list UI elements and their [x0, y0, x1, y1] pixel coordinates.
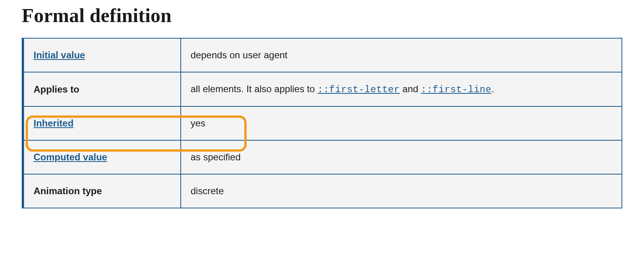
row-label-cell: Inherited: [23, 106, 181, 140]
first-letter-link[interactable]: ::first-letter: [318, 84, 400, 95]
row-value-cell: depends on user agent: [181, 38, 622, 72]
first-line-link[interactable]: ::first-line: [421, 84, 492, 95]
inherited-link[interactable]: Inherited: [34, 118, 73, 128]
table-container: Initial value depends on user agent Appl…: [22, 38, 622, 208]
row-value-cell: all elements. It also applies to ::first…: [181, 72, 622, 106]
row-label-cell: Initial value: [23, 38, 181, 72]
table-row: Initial value depends on user agent: [23, 38, 622, 72]
row-value-cell: discrete: [181, 174, 622, 208]
row-label-cell: Applies to: [23, 72, 181, 106]
applies-to-connector: and: [400, 84, 421, 94]
applies-to-suffix: .: [491, 84, 494, 94]
applies-to-label: Applies to: [34, 84, 79, 95]
row-label-cell: Animation type: [23, 174, 181, 208]
initial-value-link[interactable]: Initial value: [34, 50, 85, 60]
table-row: Animation type discrete: [23, 174, 622, 208]
row-label-cell: Computed value: [23, 140, 181, 174]
table-row: Inherited yes: [23, 106, 622, 140]
table-row: Computed value as specified: [23, 140, 622, 174]
row-value-cell: as specified: [181, 140, 622, 174]
applies-to-prefix: all elements. It also applies to: [191, 84, 318, 94]
section-heading: Formal definition: [22, 4, 622, 27]
row-value-cell: yes: [181, 106, 622, 140]
formal-definition-table: Initial value depends on user agent Appl…: [22, 38, 622, 208]
animation-type-label: Animation type: [34, 186, 102, 196]
table-row: Applies to all elements. It also applies…: [23, 72, 622, 106]
computed-value-link[interactable]: Computed value: [34, 152, 107, 162]
